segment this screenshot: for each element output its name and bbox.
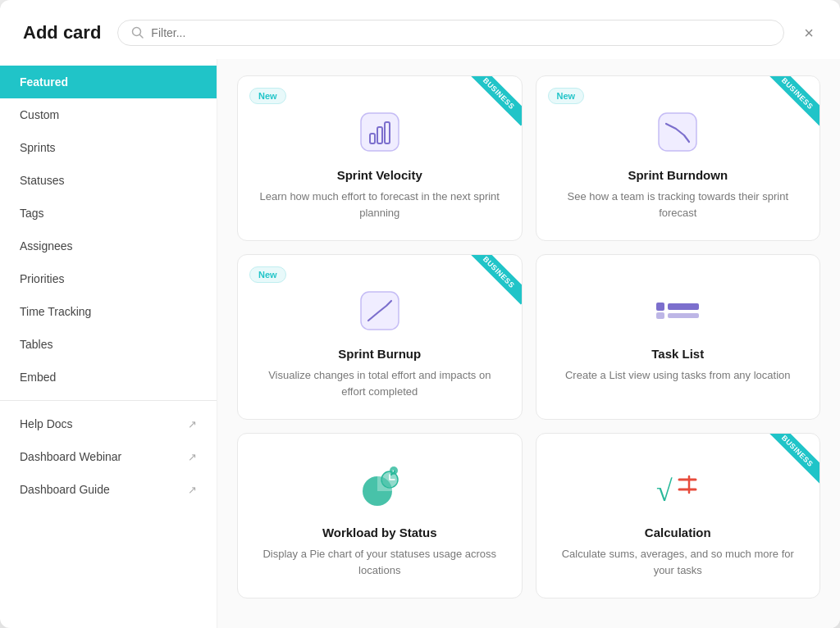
card-desc: Visualize changes in total effort and im… bbox=[258, 367, 502, 399]
svg-rect-11 bbox=[668, 313, 699, 318]
card-title: Sprint Burndown bbox=[628, 168, 728, 182]
card-sprint_burnup[interactable]: BUSINESS New Sprint BurnupVisualize chan… bbox=[237, 254, 523, 420]
card-icon-sprint_velocity bbox=[357, 109, 403, 155]
business-badge: BUSINESS bbox=[456, 76, 522, 142]
card-title: Workload by Status bbox=[322, 526, 437, 539]
modal-body: FeaturedCustomSprintsStatusesTagsAssigne… bbox=[0, 59, 840, 628]
svg-line-1 bbox=[140, 35, 144, 39]
sidebar-item-tables[interactable]: Tables bbox=[0, 328, 217, 361]
sidebar-link-dashboard_guide[interactable]: Dashboard Guide↗ bbox=[0, 473, 217, 506]
card-icon-workload_by_status: › bbox=[357, 466, 403, 512]
sidebar-link-label: Help Docs bbox=[20, 417, 73, 430]
card-workload_by_status[interactable]: › Workload by StatusDisplay a Pie chart … bbox=[237, 433, 523, 598]
sidebar-item-assignees[interactable]: Assignees bbox=[0, 230, 217, 262]
business-badge-label: BUSINESS bbox=[765, 76, 819, 126]
sidebar-link-dashboard_webinar[interactable]: Dashboard Webinar↗ bbox=[0, 440, 217, 473]
search-bar[interactable] bbox=[117, 20, 784, 46]
svg-rect-6 bbox=[659, 113, 696, 151]
card-sprint_velocity[interactable]: BUSINESS New Sprint VelocityLearn how mu… bbox=[237, 75, 523, 241]
card-sprint_burndown[interactable]: BUSINESS New Sprint BurndownSee how a te… bbox=[536, 75, 821, 241]
card-desc: Display a Pie chart of your statuses usa… bbox=[258, 546, 502, 578]
card-icon-task_list bbox=[655, 288, 701, 334]
card-title: Sprint Burnup bbox=[338, 347, 421, 361]
card-desc: Calculate sums, averages, and so much mo… bbox=[556, 546, 801, 578]
card-task_list[interactable]: Task ListCreate a List view using tasks … bbox=[536, 254, 821, 420]
sidebar-item-sprints[interactable]: Sprints bbox=[0, 131, 217, 164]
sidebar-item-time_tracking[interactable]: Time Tracking bbox=[0, 295, 217, 328]
new-badge: New bbox=[249, 266, 286, 283]
modal-title: Add card bbox=[23, 22, 101, 43]
svg-rect-2 bbox=[361, 113, 399, 151]
close-button[interactable]: × bbox=[801, 21, 817, 44]
sidebar-item-featured[interactable]: Featured bbox=[0, 66, 217, 98]
sidebar-link-label: Dashboard Webinar bbox=[20, 450, 121, 463]
card-title: Calculation bbox=[645, 526, 711, 539]
sidebar-item-embed[interactable]: Embed bbox=[0, 361, 217, 394]
card-icon-calculation: √ bbox=[655, 466, 701, 512]
sidebar-item-custom[interactable]: Custom bbox=[0, 98, 217, 131]
sidebar-link-label: Dashboard Guide bbox=[20, 483, 110, 496]
new-badge: New bbox=[249, 88, 286, 104]
card-title: Task List bbox=[651, 347, 704, 361]
business-badge: BUSINESS bbox=[754, 434, 819, 499]
svg-text:√: √ bbox=[656, 475, 673, 506]
business-badge: BUSINESS bbox=[754, 76, 819, 142]
card-icon-sprint_burndown bbox=[655, 109, 701, 155]
card-desc: See how a team is tracking towards their… bbox=[556, 189, 801, 221]
card-desc: Learn how much effort to forecast in the… bbox=[258, 189, 502, 221]
external-link-icon: ↗ bbox=[188, 418, 197, 430]
business-badge-label: BUSINESS bbox=[467, 76, 522, 126]
search-icon bbox=[131, 26, 144, 39]
svg-rect-9 bbox=[668, 303, 699, 310]
external-link-icon: ↗ bbox=[188, 451, 197, 463]
sidebar-link-help_docs[interactable]: Help Docs↗ bbox=[0, 407, 217, 440]
modal-header: Add card × bbox=[0, 0, 840, 59]
card-title: Sprint Velocity bbox=[337, 168, 422, 182]
sidebar-item-statuses[interactable]: Statuses bbox=[0, 164, 217, 197]
add-card-modal: Add card × FeaturedCustomSprintsStatuses… bbox=[0, 0, 840, 628]
main-content: BUSINESS New Sprint VelocityLearn how mu… bbox=[217, 59, 840, 628]
sidebar-item-tags[interactable]: Tags bbox=[0, 197, 217, 230]
external-link-icon: ↗ bbox=[188, 484, 197, 496]
search-input[interactable] bbox=[151, 26, 770, 39]
business-badge-label: BUSINESS bbox=[765, 434, 819, 484]
business-badge: BUSINESS bbox=[456, 255, 522, 321]
sidebar-item-priorities[interactable]: Priorities bbox=[0, 262, 217, 295]
cards-grid: BUSINESS New Sprint VelocityLearn how mu… bbox=[237, 75, 820, 598]
svg-rect-8 bbox=[656, 303, 664, 311]
new-badge: New bbox=[548, 88, 585, 104]
card-desc: Create a List view using tasks from any … bbox=[565, 367, 791, 384]
sidebar-divider bbox=[0, 400, 217, 401]
svg-rect-10 bbox=[656, 312, 664, 319]
card-icon-sprint_burnup bbox=[357, 288, 403, 334]
business-badge-label: BUSINESS bbox=[467, 255, 522, 305]
card-calculation[interactable]: BUSINESS √ CalculationCalculate sums, av… bbox=[536, 433, 821, 598]
sidebar: FeaturedCustomSprintsStatusesTagsAssigne… bbox=[0, 59, 217, 628]
